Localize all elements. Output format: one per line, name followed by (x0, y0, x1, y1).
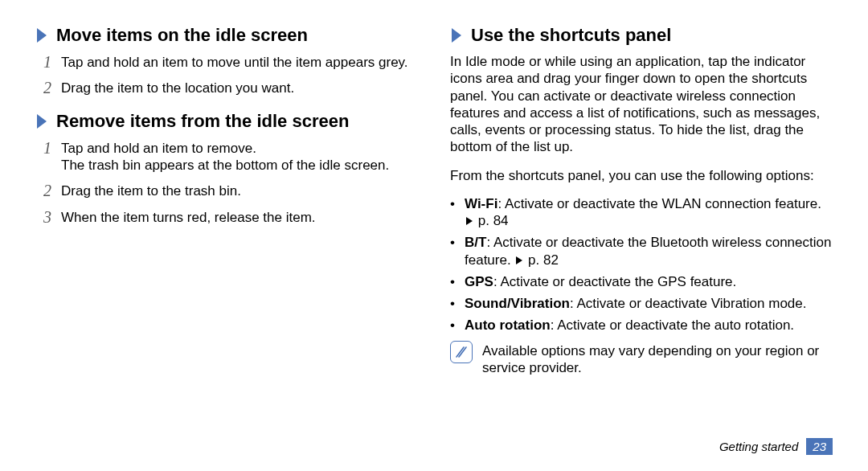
step-item: 1 Tap and hold an item to remove.The tra… (35, 139, 418, 174)
bullet-dot: • (450, 234, 458, 268)
step-item: 2 Drag the item to the trash bin. (35, 182, 418, 199)
bullet-item: • Auto rotation: Activate or deactivate … (450, 317, 833, 334)
chevron-right-icon (450, 27, 463, 44)
remove-items-steps: 1 Tap and hold an item to remove.The tra… (35, 139, 418, 226)
shortcuts-bullets: • Wi-Fi: Activate or deactivate the WLAN… (450, 195, 833, 334)
bullet-dot: • (450, 317, 458, 334)
step-text: Tap and hold an item to move until the i… (61, 53, 408, 71)
bullet-text: Sound/Vibration: Activate or deactivate … (465, 295, 807, 312)
step-number: 1 (35, 139, 51, 157)
section-title: Move items on the idle screen (56, 26, 308, 45)
section-title: Use the shortcuts panel (471, 26, 671, 45)
step-text: When the item turns red, release the ite… (61, 208, 316, 226)
bullet-text: Auto rotation: Activate or deactivate th… (465, 317, 794, 334)
triangle-right-icon (466, 217, 473, 225)
right-column: Use the shortcuts panel In Idle mode or … (450, 19, 833, 376)
bullet-dot: • (450, 195, 458, 230)
bullet-text: B/T: Activate or deactivate the Bluetoot… (465, 234, 833, 268)
bullet-item: • GPS: Activate or deactivate the GPS fe… (450, 273, 833, 290)
bullet-item: • Sound/Vibration: Activate or deactivat… (450, 295, 833, 312)
note-row: Available options may vary depending on … (450, 341, 833, 377)
left-column: Move items on the idle screen 1 Tap and … (35, 19, 418, 376)
intro-paragraph: In Idle mode or while using an applicati… (450, 53, 833, 156)
note-icon (450, 341, 473, 363)
step-item: 2 Drag the item to the location you want… (35, 79, 418, 96)
chevron-right-icon (35, 27, 48, 44)
triangle-right-icon (516, 256, 522, 264)
bullet-text: Wi-Fi: Activate or deactivate the WLAN c… (465, 195, 833, 230)
step-text: Tap and hold an item to remove.The trash… (61, 139, 389, 174)
section-heading-move-items: Move items on the idle screen (35, 26, 418, 45)
note-text: Available options may vary depending on … (482, 341, 833, 377)
lead-paragraph: From the shortcuts panel, you can use th… (450, 167, 833, 184)
step-item: 3 When the item turns red, release the i… (35, 208, 418, 226)
bullet-dot: • (450, 295, 458, 312)
page-footer: Getting started 23 (719, 438, 833, 455)
bullet-dot: • (450, 273, 458, 290)
chapter-label: Getting started (719, 440, 798, 453)
bullet-item: • B/T: Activate or deactivate the Blueto… (450, 234, 833, 268)
chevron-right-icon (35, 113, 48, 130)
step-text: Drag the item to the trash bin. (61, 182, 241, 199)
step-number: 1 (35, 53, 51, 71)
step-number: 2 (35, 182, 51, 199)
step-item: 1 Tap and hold an item to move until the… (35, 53, 418, 71)
bullet-item: • Wi-Fi: Activate or deactivate the WLAN… (450, 195, 833, 230)
section-heading-shortcuts-panel: Use the shortcuts panel (450, 26, 833, 45)
page-number: 23 (806, 438, 833, 455)
bullet-text: GPS: Activate or deactivate the GPS feat… (465, 273, 736, 290)
step-text: Drag the item to the location you want. (61, 79, 294, 96)
step-number: 3 (35, 208, 51, 226)
step-number: 2 (35, 79, 51, 96)
move-items-steps: 1 Tap and hold an item to move until the… (35, 53, 418, 97)
section-heading-remove-items: Remove items from the idle screen (35, 112, 418, 131)
section-title: Remove items from the idle screen (56, 112, 349, 131)
